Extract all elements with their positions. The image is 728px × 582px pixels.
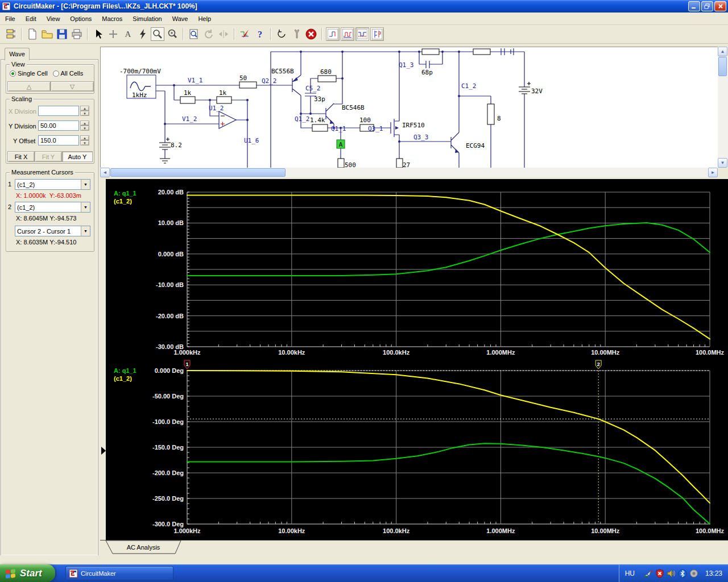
schematic-hscrollbar[interactable]: ◄ ► <box>100 168 718 177</box>
svg-text:-10.00 dB: -10.00 dB <box>156 281 184 288</box>
spin-down-icon[interactable]: ▼ <box>80 126 89 131</box>
menu-view[interactable]: View <box>42 14 65 24</box>
probe-tool-button[interactable] <box>151 27 164 41</box>
opamp-sym[interactable] <box>219 111 236 128</box>
cursor2-signal-select[interactable]: (c1_2) ▼ <box>15 202 90 213</box>
audio-device-icon[interactable] <box>689 569 698 578</box>
single-cell-radio[interactable]: Single Cell <box>10 70 48 77</box>
help-button[interactable]: ? <box>253 27 267 41</box>
windows-flag-icon <box>5 568 17 579</box>
menu-simulation[interactable]: Simulation <box>127 14 167 24</box>
tab-ac-analysis[interactable]: AC Analysis <box>104 541 200 555</box>
vscroll-thumb[interactable] <box>718 57 727 76</box>
y-division-spinner[interactable]: ▲▼ <box>80 120 89 131</box>
svg-text:-300.0 Deg: -300.0 Deg <box>152 521 184 527</box>
restore-button[interactable] <box>701 1 713 11</box>
schematic-vscrollbar[interactable]: ▲ ▼ <box>718 47 728 168</box>
y-offset-input[interactable]: 150.0 <box>38 135 79 146</box>
new-document-button[interactable] <box>26 27 39 41</box>
stop-simulation-button[interactable] <box>304 27 318 41</box>
menu-options[interactable]: Options <box>65 14 97 24</box>
circuitmaker-task-icon <box>69 569 78 578</box>
cursor1-signal-select[interactable]: (c1_2) ▼ <box>15 179 90 190</box>
text-tool-button[interactable]: A <box>121 27 135 41</box>
waveform-view-3-button[interactable] <box>355 27 369 41</box>
zoom-tool-button[interactable] <box>166 27 179 41</box>
waveform-panel[interactable]: 20.00 dB10.00 dB0.000 dB-10.00 dB-20.00 … <box>106 179 728 540</box>
schematic-value-label: 33p <box>314 95 325 103</box>
schematic-value-label: 100 <box>359 117 371 124</box>
start-button[interactable]: Start <box>0 564 55 582</box>
save-button[interactable] <box>55 27 69 41</box>
x-division-spinner[interactable]: ▲▼ <box>80 106 89 116</box>
waveform-view-1-button[interactable] <box>326 27 340 41</box>
spin-down-icon[interactable]: ▼ <box>80 140 89 146</box>
scroll-up-icon[interactable]: ▲ <box>718 47 727 56</box>
options-wrench-button[interactable] <box>289 27 303 41</box>
auto-y-button[interactable]: Auto Y <box>62 151 93 162</box>
cell-up-button[interactable]: △ <box>7 81 51 92</box>
security-shield-icon[interactable] <box>655 569 664 578</box>
svg-text:10.00kHz: 10.00kHz <box>278 527 305 534</box>
toolbar-separator <box>321 28 322 40</box>
dropdown-arrow-icon[interactable]: ▼ <box>81 226 90 236</box>
cell-down-button[interactable]: ▽ <box>51 81 94 92</box>
print-button[interactable] <box>70 27 84 41</box>
scroll-down-icon[interactable]: ▼ <box>718 158 727 168</box>
schematic-net-label: U1_2 <box>209 105 224 112</box>
rotate-button[interactable] <box>202 27 216 41</box>
wire-tool-button[interactable] <box>106 27 120 41</box>
y-offset-spinner[interactable]: ▲▼ <box>80 135 89 146</box>
spin-up-icon[interactable]: ▲ <box>80 120 89 126</box>
fit-y-button[interactable]: Fit Y <box>35 151 62 162</box>
digital-analog-switch-button[interactable] <box>238 27 252 41</box>
close-button[interactable] <box>714 1 726 11</box>
all-cells-radio[interactable]: All Cells <box>53 70 83 77</box>
schematic-canvas[interactable]: A -700m/700mV1kHz501k1kBC556B68033pBC546… <box>100 47 718 168</box>
open-folder-button[interactable] <box>40 27 54 41</box>
menu-file[interactable]: File <box>0 14 20 24</box>
bluetooth-icon[interactable] <box>678 569 687 578</box>
splitter-arrow-icon[interactable] <box>101 447 106 455</box>
menu-help[interactable]: Help <box>193 14 216 24</box>
tablet-pen-icon[interactable] <box>644 569 653 578</box>
volume-icon[interactable] <box>667 569 676 578</box>
delete-tool-button[interactable] <box>136 27 150 41</box>
menu-wave[interactable]: Wave <box>167 14 193 24</box>
svg-text:1.000MHz: 1.000MHz <box>486 527 515 534</box>
arrow-tool-button[interactable] <box>92 27 105 41</box>
zoom-window-button[interactable] <box>187 27 201 41</box>
radio-icon[interactable] <box>10 70 16 77</box>
y-division-input[interactable]: 50.00 <box>38 120 79 131</box>
menu-macros[interactable]: Macros <box>97 14 127 24</box>
taskbar-clock[interactable]: 13:23 <box>705 569 722 577</box>
taskbar-circuitmaker-button[interactable]: CircuitMaker <box>65 566 173 580</box>
mirror-button[interactable] <box>217 27 230 41</box>
minimize-button[interactable] <box>688 1 700 11</box>
waveform-view-4-button[interactable] <box>370 27 384 41</box>
reset-button[interactable] <box>275 27 288 41</box>
start-label: Start <box>20 568 42 579</box>
spin-up-icon[interactable]: ▲ <box>80 106 89 111</box>
resistor-symbols[interactable] <box>180 49 494 168</box>
scroll-right-icon[interactable]: ► <box>708 168 718 177</box>
language-indicator[interactable]: HU <box>625 569 635 577</box>
waveform-view-2-button[interactable] <box>341 27 354 41</box>
scroll-left-icon[interactable]: ◄ <box>100 168 110 177</box>
dropdown-arrow-icon[interactable]: ▼ <box>81 180 90 189</box>
schematic-value-label: 8 <box>497 115 501 122</box>
hscroll-thumb[interactable] <box>110 168 286 177</box>
x-division-input[interactable] <box>38 106 79 116</box>
cursor-diff-select[interactable]: Cursor 2 - Cursor 1 ▼ <box>15 226 90 236</box>
schematic-value-label: 1k <box>184 89 192 97</box>
browse-components-button[interactable] <box>4 27 18 41</box>
tab-wave[interactable]: Wave <box>5 48 30 60</box>
spin-up-icon[interactable]: ▲ <box>80 135 89 140</box>
fit-x-button[interactable]: Fit X <box>7 151 35 162</box>
dropdown-arrow-icon[interactable]: ▼ <box>81 202 90 212</box>
cursor1-signal-value: (c1_2) <box>15 181 81 188</box>
radio-icon[interactable] <box>53 70 59 77</box>
battery-symbols <box>159 82 531 163</box>
menu-edit[interactable]: Edit <box>20 14 42 24</box>
spin-down-icon[interactable]: ▼ <box>80 111 89 116</box>
